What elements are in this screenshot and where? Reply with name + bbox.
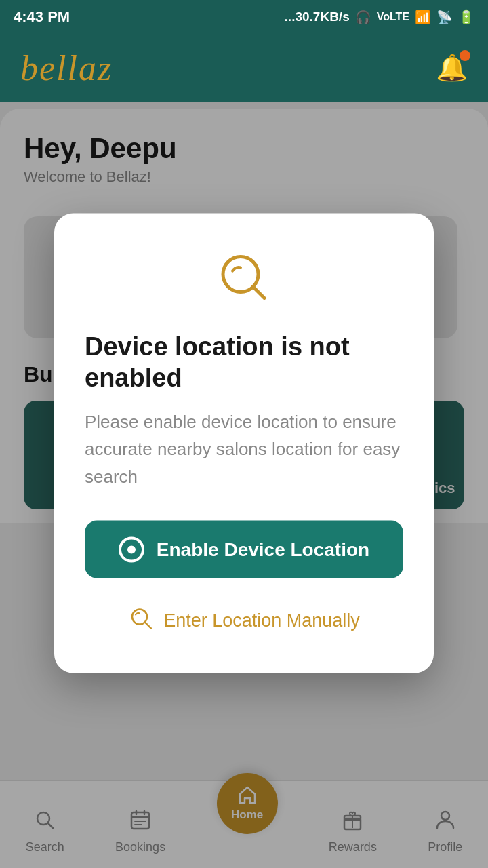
app-logo: bellaz [20,48,113,88]
app-header: bellaz 🔔 [0,34,488,102]
modal-description: Please enable device location to ensure … [85,408,403,490]
location-search-icon [214,248,274,309]
target-icon [119,536,144,562]
signal-icon: 📶 [415,9,431,25]
modal-title: Device location is not enabled [85,332,403,393]
enable-location-button[interactable]: Enable Device Location [85,521,403,578]
notification-badge [460,50,470,61]
svg-line-15 [145,623,151,629]
svg-line-13 [253,287,264,298]
status-bar: 4:43 PM ...30.7KB/s 🎧 VoLTE 📶 📡 🔋 [0,0,488,34]
notification-button[interactable]: 🔔 [436,53,468,83]
enable-location-label: Enable Device Location [157,538,369,560]
network-info: ...30.7KB/s [285,9,350,24]
status-time: 4:43 PM [14,8,70,26]
manual-location-button[interactable]: Enter Location Manually [85,599,403,643]
modal-icon-container [85,248,403,311]
battery-icon: 🔋 [458,9,474,25]
status-right: ...30.7KB/s 🎧 VoLTE 📶 📡 🔋 [285,9,474,25]
wifi-icon: 📡 [436,9,453,25]
headphone-icon: 🎧 [355,9,371,25]
manual-search-icon [128,606,154,636]
manual-location-label: Enter Location Manually [163,610,360,631]
location-modal: Device location is not enabled Please en… [54,214,434,673]
sim-icon: VoLTE [377,11,409,23]
target-inner [127,545,136,553]
